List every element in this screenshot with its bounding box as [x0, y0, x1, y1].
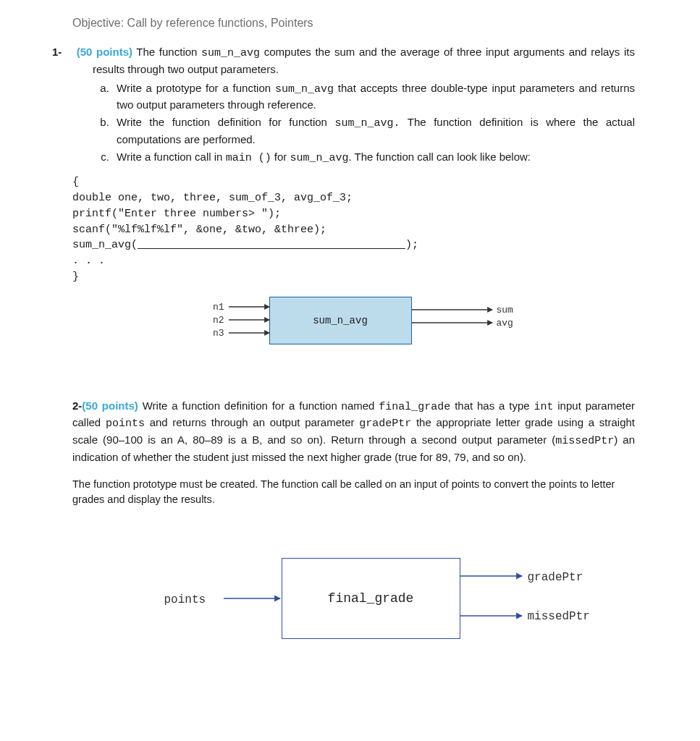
code-l1: {: [72, 176, 79, 188]
q1-code-block: { double one, two, three, sum_of_3, avg_…: [72, 174, 635, 284]
code-l6: . . .: [72, 255, 105, 267]
q1a-code: sum_n_avg: [275, 83, 334, 96]
q1c-code1: main (): [226, 152, 271, 164]
q2-t2: that has a type: [450, 399, 534, 412]
q1-points: (50 points): [77, 46, 132, 58]
q2-p2: The function prototype must be created. …: [72, 477, 635, 507]
q1-sublist: Write a prototype for a function sum_n_a…: [72, 80, 635, 166]
code-l2: double one, two, three, sum_of_3, avg_of…: [72, 192, 353, 204]
objective-heading: Objective: Call by reference functions, …: [72, 14, 635, 31]
d1-arrows: [191, 297, 517, 355]
code-l4: scanf("%lf%lf%lf", &one, &two, &three);: [72, 224, 326, 236]
q1c-after: . The function call can look like below:: [349, 151, 531, 163]
q1-code-name: sum_n_avg: [201, 47, 260, 59]
q1-item-a: Write a prototype for a function sum_n_a…: [112, 80, 635, 114]
q1-text-a: The function: [132, 46, 201, 58]
q2-points: (50 points): [82, 399, 138, 412]
code-l5a: sum_n_avg(: [72, 239, 138, 251]
code-l3: printf("Enter three numbers> ");: [72, 208, 281, 220]
q2-number: 2-: [72, 398, 82, 414]
code-l5b: );: [405, 239, 418, 251]
q2-c3: points: [106, 418, 145, 430]
q2-t4: and returns through an output parameter: [145, 416, 359, 428]
q1-item-b: Write the function definition for functi…: [112, 114, 635, 148]
page-root: Objective: Call by reference functions, …: [0, 0, 700, 695]
code-l7: }: [72, 271, 79, 283]
q2-c1: final_grade: [379, 401, 450, 413]
q1-item-c: Write a function call in main () for sum…: [112, 149, 635, 166]
q1-intro: 1- (50 points) The function sum_n_avg co…: [72, 44, 635, 77]
q2-block: 2- (50 points) Write a function definiti…: [72, 398, 635, 507]
diagram-sum-n-avg: n1 n2 n3 sum_n_avg sum avg: [191, 297, 517, 355]
q2-t1: Write a function definition for a functi…: [138, 399, 379, 412]
q2-c5: missedPtr: [555, 435, 614, 447]
q1b-before: Write the function definition for functi…: [117, 116, 334, 128]
q2-c4: gradePtr: [359, 418, 411, 430]
code-blank: [138, 238, 405, 249]
d2-arrows: [122, 558, 586, 652]
diagram-final-grade: points final_grade gradePtr missedPtr: [122, 558, 586, 652]
q2-intro: 2- (50 points) Write a function definiti…: [72, 398, 635, 465]
q2-c2: int: [534, 401, 553, 413]
q1c-before: Write a function call in: [117, 151, 226, 163]
q1c-code2: sum_n_avg: [290, 152, 348, 164]
q1a-before: Write a prototype for a function: [117, 82, 275, 94]
q1b-code: sum_n_avg.: [334, 117, 400, 130]
q1c-mid: for: [271, 151, 290, 163]
